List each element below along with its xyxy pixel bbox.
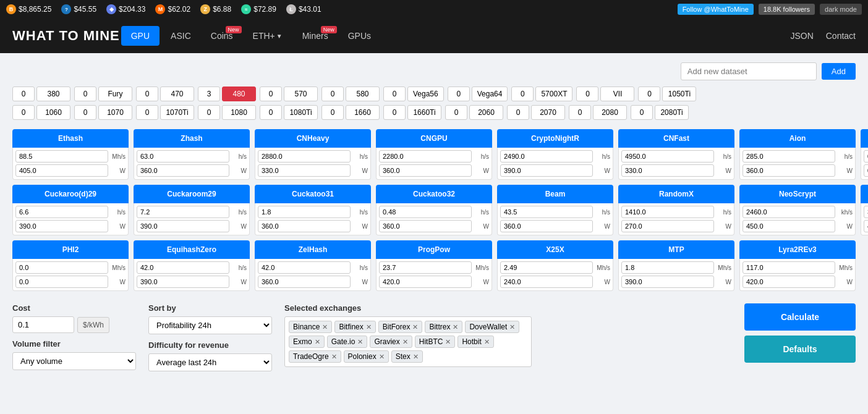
algo-power-input-cuckaroom29[interactable]	[137, 220, 229, 232]
sortby-select[interactable]: Profitability 24h	[148, 316, 272, 334]
algo-power-input-zelhash[interactable]	[258, 276, 351, 288]
algo-button-equihashzero[interactable]: EquihashZero	[134, 240, 250, 259]
algo-hashrate-input-beam[interactable]	[500, 206, 593, 218]
remove-exchange-hotbit[interactable]: ✕	[484, 338, 490, 346]
gpu-count-input[interactable]	[383, 87, 406, 101]
algo-power-input-cngpu[interactable]	[379, 164, 472, 177]
remove-exchange-stex[interactable]: ✕	[413, 353, 419, 361]
algo-power-input-phi2[interactable]	[15, 276, 108, 288]
algo-hashrate-input-cnfast[interactable]	[621, 150, 714, 163]
algo-power-input-cnfast[interactable]	[621, 164, 714, 177]
algo-button-cnfast[interactable]: CNFast	[618, 129, 734, 148]
gpu-count-input[interactable]	[448, 87, 470, 101]
algo-button-cuckatoo32[interactable]: Cuckatoo32	[376, 185, 492, 203]
gpu-count-input[interactable]	[507, 105, 529, 120]
add-dataset-button[interactable]: Add	[822, 63, 856, 80]
gpu-count-input[interactable]	[445, 105, 467, 120]
algo-button-neoscrypt[interactable]: NeoScrypt	[739, 185, 856, 203]
algo-hashrate-input-cuckatoo31[interactable]	[258, 206, 351, 218]
gpu-count-input[interactable]	[383, 105, 406, 120]
algo-hashrate-input-neoscrypt[interactable]	[742, 206, 835, 218]
algo-hashrate-input-cuckarood29[interactable]	[15, 206, 108, 218]
algo-power-input-cnheavy[interactable]	[258, 164, 351, 177]
algo-power-input-mtp[interactable]	[621, 276, 714, 288]
nav-link-asic[interactable]: ASIC	[161, 20, 201, 52]
algo-button-beam[interactable]: Beam	[497, 185, 613, 203]
cost-input[interactable]	[12, 316, 74, 333]
gpu-count-input[interactable]	[74, 87, 96, 101]
darkmode-button[interactable]: dark mode	[820, 4, 862, 15]
algo-hashrate-input-cnheavy[interactable]	[258, 150, 351, 163]
algo-button-x25x[interactable]: X25X	[497, 240, 613, 259]
gpu-count-input[interactable]	[74, 105, 96, 120]
algo-hashrate-input-x25x[interactable]	[500, 261, 593, 274]
gpu-count-input[interactable]	[511, 87, 534, 101]
algo-power-input-cuckatoo32[interactable]	[379, 220, 472, 232]
volume-select[interactable]: Any volume	[12, 352, 136, 370]
algo-button-zelhash[interactable]: ZelHash	[255, 240, 371, 259]
remove-exchange-bittrex[interactable]: ✕	[453, 323, 458, 331]
algo-power-input-lyra2rev3[interactable]	[742, 276, 835, 288]
remove-exchange-binance[interactable]: ✕	[322, 323, 328, 331]
gpu-count-input[interactable]	[260, 87, 282, 101]
gpu-count-input[interactable]	[198, 105, 220, 120]
remove-exchange-exmo[interactable]: ✕	[315, 338, 320, 346]
algo-power-input-beam[interactable]	[500, 220, 593, 232]
algo-hashrate-input-x16rv2[interactable]	[864, 206, 868, 218]
algo-hashrate-input-cngpu[interactable]	[379, 150, 472, 163]
gpu-count-input[interactable]	[12, 87, 35, 101]
gpu-count-input[interactable]	[136, 87, 158, 101]
algo-power-input-cuckoo[interactable]	[864, 164, 868, 177]
algo-hashrate-input-progpow[interactable]	[379, 261, 472, 274]
algo-button-cuckarood29[interactable]: Cuckaroo(d)29	[12, 185, 129, 203]
algo-power-input-x25x[interactable]	[500, 276, 593, 288]
algo-hashrate-input-randomx[interactable]	[621, 206, 714, 218]
algo-hashrate-input-equihashzero[interactable]	[137, 261, 229, 274]
algo-button-randomx[interactable]: RandomX	[618, 185, 734, 203]
nav-link-gpu[interactable]: GPU	[121, 26, 160, 46]
gpu-count-input[interactable]	[136, 105, 158, 120]
algo-hashrate-input-zelhash[interactable]	[258, 261, 351, 274]
gpu-count-input[interactable]	[198, 87, 220, 101]
gpu-count-input[interactable]	[321, 105, 344, 120]
algo-power-input-neoscrypt[interactable]	[742, 220, 835, 232]
algo-button-cngpu[interactable]: CNGPU	[376, 129, 492, 148]
dataset-input[interactable]	[681, 62, 817, 80]
algo-button-cuckatoo31[interactable]: Cuckatoo31	[255, 185, 371, 203]
algo-button-phi2[interactable]: PHI2	[12, 240, 129, 259]
algo-power-input-ethash[interactable]	[15, 164, 108, 177]
algo-hashrate-input-zhash[interactable]	[137, 150, 229, 163]
algo-hashrate-input-lyra2rev3[interactable]	[742, 261, 835, 274]
algo-button-lyra2rev3[interactable]: Lyra2REv3	[739, 240, 856, 259]
algo-button-x16rv2[interactable]: X16Rv2	[861, 185, 868, 203]
follow-button[interactable]: Follow @WhatToMine	[678, 4, 754, 15]
algo-button-ethash[interactable]: Ethash	[12, 129, 129, 148]
remove-exchange-dovewallet[interactable]: ✕	[509, 323, 515, 331]
algo-hashrate-input-cuckaroom29[interactable]	[137, 206, 229, 218]
remove-exchange-hitbtc[interactable]: ✕	[445, 338, 451, 346]
gpu-count-input[interactable]	[638, 87, 660, 101]
nav-link-miners[interactable]: MinersNew	[292, 20, 338, 52]
algo-power-input-cryptonightr[interactable]	[500, 164, 593, 177]
algo-hashrate-input-cryptonightr[interactable]	[500, 150, 593, 163]
algo-button-mtp[interactable]: MTP	[618, 240, 734, 259]
calculate-button[interactable]: Calculate	[744, 303, 856, 331]
algo-power-input-x16rv2[interactable]	[864, 220, 868, 232]
algo-button-cuckaroom29[interactable]: Cuckaroom29	[134, 185, 250, 203]
gpu-count-input[interactable]	[569, 105, 591, 120]
gpu-count-input[interactable]	[576, 87, 598, 101]
nav-link-gpus[interactable]: GPUs	[338, 20, 381, 52]
nav-link-json[interactable]: JSON	[790, 31, 813, 41]
algo-hashrate-input-mtp[interactable]	[621, 261, 714, 274]
algo-hashrate-input-phi2[interactable]	[15, 261, 108, 274]
gpu-count-input[interactable]	[321, 87, 344, 101]
gpu-count-input[interactable]	[12, 105, 35, 120]
algo-hashrate-input-cuckatoo32[interactable]	[379, 206, 472, 218]
remove-exchange-bitforex[interactable]: ✕	[412, 323, 418, 331]
defaults-button[interactable]: Defaults	[744, 336, 856, 363]
nav-link-contact[interactable]: Contact	[826, 31, 856, 41]
remove-exchange-graviex[interactable]: ✕	[402, 338, 408, 346]
algo-button-progpow[interactable]: ProgPow	[376, 240, 492, 259]
algo-power-input-aion[interactable]	[742, 164, 835, 177]
algo-hashrate-input-ethash[interactable]	[15, 150, 108, 163]
